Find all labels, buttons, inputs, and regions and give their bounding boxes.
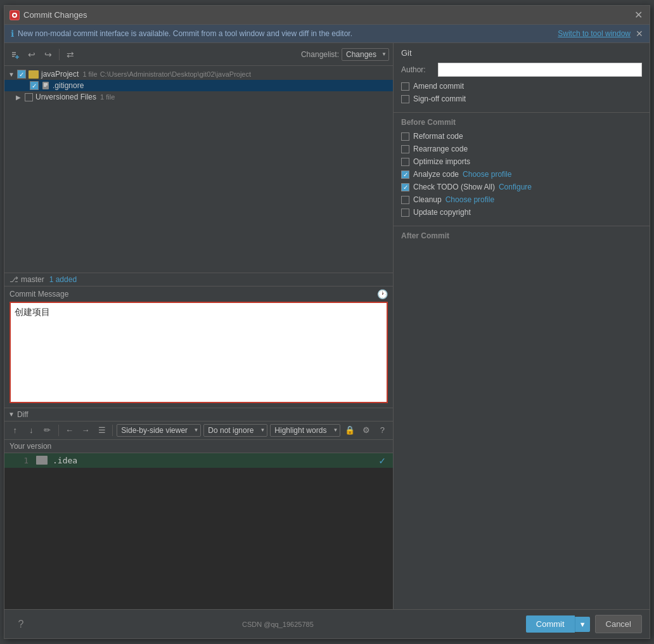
after-commit-section: After Commit [394,226,650,250]
logo-text: CSDN @qq_19625785 [242,621,314,628]
diff-title: Diff [17,410,29,419]
cancel-button[interactable]: Cancel [595,615,642,633]
check-todo-label: Check TODO (Show All) [413,183,495,191]
update-copyright-checkbox[interactable] [401,209,409,217]
main-content: ↩ ↪ ⇄ Changelist: Changes ▼ [4,43,650,609]
add-file-button[interactable] [8,48,22,61]
bottom-bar: ? CSDN @qq_19625785 Commit ▼ Cancel [4,609,650,638]
git-author-input[interactable] [438,63,642,77]
diff-content: Your version 1 .idea ✓ [4,440,393,610]
amend-commit-row: Amend commit [401,82,642,91]
diff-back-button[interactable]: ← [63,423,77,437]
javaproject-name: javaProject [41,70,79,79]
diff-arrow-icon: ▼ [8,411,15,418]
left-panel: ↩ ↪ ⇄ Changelist: Changes ▼ [4,43,394,609]
changelist-wrapper: Changes [342,48,389,61]
javaproject-checkbox[interactable]: ✓ [17,70,26,79]
sign-off-checkbox[interactable] [401,95,409,103]
move-button[interactable]: ⇄ [63,48,77,61]
info-text: New non-modal commit interface is availa… [18,29,558,38]
diff-lock-button[interactable]: 🔒 [343,423,357,437]
analyze-code-label: Analyze code [413,170,459,179]
file-tree: ▼ ✓ javaProject 1 file C:\Users\Administ… [4,66,393,273]
check-todo-link[interactable]: Configure [499,183,532,191]
ignore-dropdown-wrapper: Do not ignore [203,424,267,437]
diff-gear-button[interactable]: ⚙ [359,423,373,437]
tree-item-unversioned[interactable]: ▶ Unversioned Files 1 file [4,91,393,103]
rearrange-code-checkbox[interactable] [401,145,409,153]
diff-edit-button[interactable]: ✏ [41,423,54,437]
diff-collapse-button[interactable]: ▼ Diff [8,410,29,419]
cleanup-label: Cleanup [413,195,442,204]
svg-rect-8 [42,82,49,89]
commit-button[interactable]: Commit [526,615,575,633]
gitignore-name: .gitignore [53,81,84,90]
diff-header: ▼ Diff [4,408,393,422]
optimize-imports-label: Optimize imports [413,157,470,166]
gitignore-checkbox[interactable]: ✓ [30,81,39,90]
option-update-copyright: Update copyright [401,208,642,217]
sign-off-label: Sign-off commit [413,94,466,103]
option-optimize-imports: Optimize imports [401,157,642,166]
diff-help-button[interactable]: ? [375,423,389,437]
expand-arrow: ▼ [8,71,17,78]
cleanup-checkbox[interactable] [401,196,409,204]
before-commit-section: Before Commit Reformat code Rearrange co… [394,113,650,226]
diff-version-label: Your version [4,440,393,453]
commit-message-label: Commit Message [10,290,68,299]
toolbar-separator-1 [59,49,60,60]
diff-separator-1 [58,425,59,436]
viewer-dropdown[interactable]: Side-by-side viewer [117,424,201,437]
diff-section: ▼ Diff ↑ ↓ ✏ ← → ☰ Side-by-s [4,408,393,610]
javaproject-path: C:\Users\Administrator\Desktop\git02\jav… [100,70,251,78]
amend-commit-checkbox[interactable] [401,82,409,91]
diff-up-button[interactable]: ↑ [8,423,22,437]
info-bar-close-button[interactable]: ✕ [636,29,643,39]
redo-button[interactable]: ↪ [41,48,55,61]
diff-checkmark-icon: ✓ [379,454,388,467]
changelist-section: Changelist: Changes [301,48,389,61]
before-commit-title: Before Commit [401,118,642,127]
commit-message-header: Commit Message 🕐 [10,289,388,299]
folder-icon [29,70,39,79]
viewer-dropdown-wrapper: Side-by-side viewer [117,424,201,437]
undo-button[interactable]: ↩ [25,48,39,61]
git-author-row: Author: [401,63,642,77]
folder-inline-icon [36,456,48,465]
line-content-1: .idea [53,456,77,465]
check-todo-checkbox[interactable]: ✓ [401,183,409,191]
option-reformat-code: Reformat code [401,132,642,141]
highlight-dropdown-wrapper: Highlight words [270,424,340,437]
diff-forward-button[interactable]: → [79,423,93,437]
reformat-code-checkbox[interactable] [401,132,409,141]
cleanup-link[interactable]: Choose profile [446,195,494,204]
unversioned-checkbox[interactable] [25,93,33,101]
unversioned-name: Unversioned Files [35,93,96,101]
tree-item-javaproject[interactable]: ▼ ✓ javaProject 1 file C:\Users\Administ… [4,68,393,80]
javaproject-meta: 1 file [82,70,97,78]
commit-message-textarea[interactable]: 创建项目 [10,302,388,403]
branch-icon: ⎇ [10,275,18,284]
diff-down-button[interactable]: ↓ [25,423,39,437]
changelist-label: Changelist: [301,50,339,59]
option-rearrange-code: Rearrange code [401,145,642,153]
commit-dropdown-button[interactable]: ▼ [575,617,590,632]
highlight-dropdown[interactable]: Highlight words [270,424,340,437]
optimize-imports-checkbox[interactable] [401,158,409,166]
line-number-1: 1 [10,456,29,465]
switch-to-tool-window-link[interactable]: Switch to tool window [558,29,631,38]
diff-line-1: 1 .idea ✓ [4,453,393,468]
added-badge: 1 added [49,275,77,284]
ignore-dropdown[interactable]: Do not ignore [203,424,267,437]
git-section-title: Git [401,48,642,58]
analyze-code-checkbox[interactable]: ✓ [401,171,409,179]
help-button[interactable]: ? [12,615,30,633]
changelist-dropdown[interactable]: Changes [342,48,389,61]
unversioned-meta: 1 file [100,93,115,101]
commit-message-clock-icon: 🕐 [377,289,388,299]
diff-list-button[interactable]: ☰ [95,423,109,437]
info-bar: ℹ New non-modal commit interface is avai… [4,25,650,43]
close-button[interactable]: ✕ [632,9,644,22]
tree-item-gitignore[interactable]: ✓ .gitignore [4,80,393,91]
analyze-code-link[interactable]: Choose profile [463,170,511,179]
